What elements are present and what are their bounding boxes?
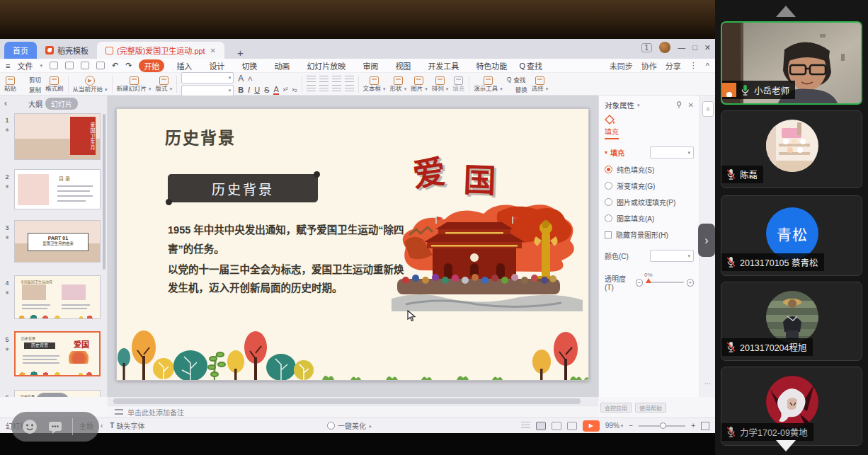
transparency-slider[interactable]: 0%	[646, 282, 684, 283]
notes-bar[interactable]: 单击此处添加备注	[108, 405, 598, 417]
close-button[interactable]: ✕	[704, 43, 711, 52]
copy-button[interactable]: 复制	[21, 85, 41, 93]
tab-outline[interactable]: 大纲	[28, 98, 42, 109]
scroll-down-arrow[interactable]	[776, 440, 796, 451]
italic-button[interactable]: I	[248, 86, 250, 94]
minimize-button[interactable]: —	[678, 43, 685, 52]
zoom-level[interactable]: 99% ▾	[605, 422, 624, 430]
shapes-button[interactable]: 形状▾	[390, 76, 407, 92]
ribbon-tab-insert[interactable]: 插入	[171, 59, 197, 72]
member-count-badge[interactable]: 1	[641, 43, 653, 52]
slider-handle[interactable]	[646, 278, 651, 283]
ribbon-tab-home[interactable]: 开始	[139, 59, 164, 72]
number-list-icon[interactable]	[319, 76, 329, 83]
collapse-panel-icon[interactable]: ‹	[4, 98, 7, 108]
fit-to-window-icon[interactable]	[701, 422, 709, 430]
participant-tile-2[interactable]: 陈磊	[721, 110, 862, 188]
reading-view-button[interactable]	[567, 422, 577, 430]
close-panel-icon[interactable]: ✕	[688, 101, 694, 109]
sync-status[interactable]: 未同步	[610, 60, 633, 71]
slide-editing-surface[interactable]: 历史背景 历史背景 1955 年中共中央发出通知，赋予爱国卫生运动“除四害”的任…	[116, 108, 589, 381]
tab-slides[interactable]: 幻灯片	[45, 98, 78, 110]
option-solid-fill[interactable]: 纯色填充(S)	[605, 164, 694, 175]
menu-file[interactable]: 文件	[17, 60, 33, 71]
scrollbar-thumb[interactable]	[113, 398, 581, 404]
picture-button[interactable]: 图片▾	[411, 76, 428, 92]
meeting-help-button[interactable]: 使用帮助	[635, 403, 666, 413]
new-doc-icon[interactable]	[50, 62, 58, 69]
sidebar-collapse-button[interactable]: ›	[698, 224, 715, 257]
align-left-icon[interactable]	[307, 85, 316, 93]
pin-icon[interactable]	[675, 101, 683, 108]
slide-sorter-view-button[interactable]	[552, 422, 561, 430]
superscript-button[interactable]: x²	[283, 86, 288, 93]
underline-button[interactable]: U	[254, 86, 260, 94]
thumbnail-scrollbar[interactable]	[103, 114, 105, 270]
new-tab-button[interactable]: +	[232, 47, 249, 59]
slide-thumbnail-1[interactable]: 爱国卫生月	[14, 113, 101, 160]
participant-tile-teacher[interactable]: 小岳老师	[721, 21, 862, 105]
option-picture-fill[interactable]: 图片或纹理填充(P)	[605, 197, 694, 207]
tiananmen-map-artwork[interactable]	[392, 192, 583, 311]
format-painter-button[interactable]: 格式刷	[45, 76, 64, 92]
bullet-list-icon[interactable]	[307, 76, 316, 83]
preview-icon[interactable]	[96, 62, 105, 69]
participant-tile-5[interactable]: 力学1702-09黄地	[721, 367, 862, 446]
undo-icon[interactable]: ↶	[112, 61, 118, 70]
print-icon[interactable]	[81, 62, 89, 69]
tab-document[interactable]: (完整版)爱国卫生运动.ppt ✕	[97, 42, 224, 59]
patriotic-calligraphy[interactable]: 爱 国	[413, 150, 496, 197]
indent-increase-icon[interactable]	[345, 76, 354, 83]
slide-title[interactable]: 历史背景	[165, 125, 236, 149]
subscript-button[interactable]: x₂	[292, 86, 297, 93]
zoom-slider[interactable]	[639, 425, 685, 427]
ribbon-tab-animation[interactable]: 动画	[269, 59, 295, 72]
color-picker-combobox[interactable]: ▾	[650, 250, 694, 262]
arrange-button[interactable]: 排列▾	[432, 76, 449, 92]
normal-view-button[interactable]	[536, 422, 546, 430]
indent-decrease-icon[interactable]	[332, 76, 341, 83]
emoji-reaction-icon[interactable]	[21, 418, 38, 435]
slide-canvas[interactable]: 历史背景 历史背景 1955 年中共中央发出通知，赋予爱国卫生运动“除四害”的任…	[108, 96, 598, 397]
account-avatar[interactable]	[659, 42, 670, 53]
status-collapse-icon[interactable]: ‹	[101, 422, 103, 430]
scroll-up-arrow[interactable]	[776, 6, 796, 17]
more-panes-icon[interactable]: ⋯	[700, 380, 715, 387]
missing-font-button[interactable]: T 缺失字体	[110, 420, 144, 431]
tab-home[interactable]: 首页	[4, 42, 37, 59]
find-button[interactable]: Q查找	[507, 75, 527, 83]
line-spacing-icon[interactable]	[345, 85, 354, 93]
strikethrough-button[interactable]: S	[264, 86, 269, 94]
replace-button[interactable]: 替换	[507, 85, 527, 93]
participant-tile-3[interactable]: 青松 2013170105 蔡青松	[721, 195, 862, 276]
option-pattern-fill[interactable]: 图案填充(A)	[605, 213, 694, 224]
new-slide-button[interactable]: 新建幻灯片▾	[117, 76, 152, 92]
more-menu-icon[interactable]: ⋮	[690, 61, 697, 70]
search-box[interactable]: Q 查找	[519, 60, 542, 71]
beautify-button[interactable]: 一键美化 ▴	[327, 420, 372, 431]
play-from-current-button[interactable]: ▶ 从当前开始▾	[73, 76, 108, 93]
cut-button[interactable]: 剪切	[21, 75, 41, 83]
ribbon-tab-review[interactable]: 审阅	[358, 59, 383, 72]
chat-icon[interactable]	[47, 418, 64, 435]
slideshow-play-button[interactable]: ▶	[583, 420, 600, 432]
maximize-button[interactable]: □	[692, 43, 697, 52]
zoom-out-button[interactable]: −	[629, 422, 633, 430]
slide-thumbnail-2[interactable]: 目 录	[14, 169, 101, 209]
zoom-in-button[interactable]: +	[691, 422, 695, 430]
tab-docer-templates[interactable]: 稻壳模板	[37, 42, 97, 59]
presentation-tools-button[interactable]: 演示工具▾	[474, 76, 503, 92]
option-hide-background[interactable]: 隐藏背景图形(H)	[605, 229, 694, 240]
collaborate-button[interactable]: 协作	[641, 60, 657, 71]
font-color-button[interactable]: A	[273, 85, 278, 95]
section-expand-icon[interactable]: ▾	[605, 149, 607, 156]
meeting-control-button[interactable]: 会控应用	[600, 403, 632, 413]
slide-thumbnail-5-selected[interactable]: 历史背景 历史背景 爱国	[14, 331, 101, 376]
redo-icon[interactable]: ↷	[125, 61, 132, 70]
align-center-icon[interactable]	[319, 85, 329, 93]
save-icon[interactable]	[65, 62, 74, 69]
slide-thumbnail-3[interactable]: PART 01 爱国卫生月的由来	[14, 220, 101, 263]
ribbon-tab-view[interactable]: 视图	[390, 59, 416, 72]
paste-button[interactable]: 粘贴	[4, 76, 16, 92]
select-button[interactable]: 选择▾	[532, 76, 549, 92]
